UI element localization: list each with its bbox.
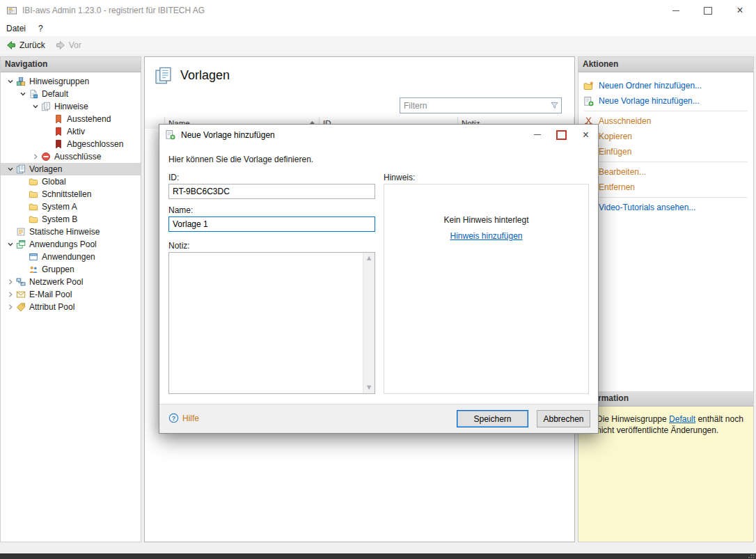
dialog-icon (165, 129, 176, 141)
back-arrow-icon (6, 40, 17, 51)
action-label: Bearbeiten... (599, 167, 646, 177)
menu-help[interactable]: ? (32, 21, 49, 36)
folder-icon (29, 189, 41, 199)
dialog-close-button[interactable]: × (574, 125, 598, 145)
tree-item-global[interactable]: Global (1, 175, 141, 188)
dialog-controls: × (525, 125, 598, 145)
tree-item-hinweisgruppen[interactable]: Hinweisgruppen (1, 75, 141, 88)
tree-item-label: E-Mail Pool (29, 290, 74, 299)
help-link[interactable]: ? Hilfe (168, 413, 199, 423)
tree-item-label: Global (41, 177, 69, 187)
notiz-scrollbar[interactable]: ▲ ▼ (363, 253, 375, 393)
tree-item-label: Statische Hinweise (29, 227, 102, 237)
actions-header: Aktionen (578, 57, 753, 72)
resize-grip-icon[interactable] (748, 554, 755, 558)
action-kopieren[interactable]: Kopieren (578, 129, 753, 144)
id-label: ID: (168, 173, 179, 182)
cancel-button[interactable]: Abbrechen (537, 410, 590, 427)
tree-item-schnittstellen[interactable]: Schnittstellen (1, 188, 141, 200)
chevron-expanded-icon[interactable] (5, 241, 16, 248)
folder-icon (29, 177, 41, 187)
chevron-collapsed-icon[interactable] (5, 291, 16, 298)
tree-item-anwendungen[interactable]: Anwendungen (1, 251, 141, 263)
chevron-expanded-icon[interactable] (17, 90, 29, 97)
chevron-expanded-icon[interactable] (5, 166, 16, 173)
new-folder-icon (583, 81, 595, 91)
tree-item-aktiv[interactable]: Aktiv (1, 125, 141, 138)
scroll-up-icon[interactable]: ▲ (367, 253, 371, 264)
action-entfernen[interactable]: Entfernen (578, 180, 753, 195)
separator (584, 111, 748, 111)
name-input[interactable] (168, 216, 375, 232)
tree-item-e-mail-pool[interactable]: E-Mail Pool (1, 288, 141, 301)
default-group-link[interactable]: Default (669, 414, 695, 424)
hinweis-empty-text: Kein Hinweis hinterlegt (384, 215, 588, 225)
chevron-expanded-icon[interactable] (5, 78, 16, 85)
navigation-panel: Navigation HinweisgruppenDefaultHinweise… (0, 56, 141, 542)
action-neue-vorlage-hinzufuegen[interactable]: Neue Vorlage hinzufügen... (578, 93, 753, 109)
tree-item-statische-hinweise[interactable]: Statische Hinweise (1, 226, 141, 238)
tree-item-hinweise[interactable]: Hinweise (1, 100, 141, 113)
statische-hinweise-icon (16, 227, 29, 237)
svg-text:?: ? (172, 415, 175, 422)
tree-item-gruppen[interactable]: Gruppen (1, 263, 141, 276)
filter-icon[interactable] (547, 101, 561, 110)
navigation-tree: HinweisgruppenDefaultHinweiseAusstehendA… (1, 72, 141, 313)
scroll-down-icon[interactable]: ▼ (367, 382, 371, 393)
right-panel: Aktionen Neuen Ordner hinzufügen...Neue … (578, 56, 754, 542)
tree-item-system-b[interactable]: System B (1, 213, 141, 226)
notiz-input[interactable] (169, 253, 363, 393)
tree-item-netzwerk-pool[interactable]: Netzwerk Pool (1, 276, 141, 288)
chevron-collapsed-icon[interactable] (30, 153, 41, 160)
tree-item-ausschluesse[interactable]: Ausschlüsse (1, 150, 141, 163)
tree-item-system-a[interactable]: System A (1, 200, 141, 213)
tree-item-attribut-pool[interactable]: Attribut Pool (1, 301, 141, 313)
action-einfuegen[interactable]: Einfügen (578, 144, 753, 159)
tree-item-abgeschlossen[interactable]: Abgeschlossen (1, 138, 141, 150)
window-maximize-button[interactable] (692, 0, 724, 21)
new-template-dialog: Neue Vorlage hinzufügen × Hier können Si… (159, 124, 599, 434)
tree-item-label: System A (41, 202, 80, 212)
dialog-description: Hier können Sie die Vorlage definieren. (168, 155, 313, 164)
save-button[interactable]: Speichern (457, 410, 528, 427)
back-button[interactable]: Zurück (1, 38, 49, 53)
tree-item-anwendungs-pool[interactable]: Anwendungs Pool (1, 238, 141, 251)
tree-item-label: Anwendungs Pool (29, 239, 100, 249)
navigation-header: Navigation (1, 57, 141, 72)
window-close-button[interactable]: × (724, 0, 756, 21)
window-minimize-button[interactable] (660, 0, 692, 21)
action-ausschneiden[interactable]: Ausschneiden (578, 113, 753, 129)
minimize-icon (534, 134, 541, 135)
dialog-maximize-button[interactable] (549, 125, 574, 145)
tree-item-label: Anwendungen (41, 252, 98, 262)
menu-datei[interactable]: Datei (0, 21, 32, 36)
forward-button: Vor (51, 38, 86, 53)
anwendungen-icon (29, 252, 41, 262)
tree-item-label: Aktiv (66, 127, 88, 136)
minimize-icon (672, 10, 679, 11)
action-bearbeiten[interactable]: Bearbeiten... (578, 164, 753, 180)
action-video-tutorials-ansehen[interactable]: Video-Tutorials ansehen... (578, 200, 753, 215)
notiz-field: ▲ ▼ (168, 252, 375, 394)
menubar: Datei ? (0, 21, 756, 36)
titlebar: IBI-aws Admin 1.23.0 - registriert für I… (0, 0, 756, 21)
chevron-expanded-icon[interactable] (30, 103, 41, 110)
hinweisgruppen-icon (16, 77, 29, 86)
hinweis-add-link[interactable]: Hinweis hinzufügen (450, 231, 522, 241)
tree-item-label: Hinweisgruppen (29, 77, 92, 86)
hinweis-ausstehend-icon (54, 114, 66, 124)
email-pool-icon (16, 290, 29, 299)
filter-input[interactable] (400, 101, 547, 111)
chevron-collapsed-icon[interactable] (5, 304, 16, 310)
folder-icon (29, 202, 41, 212)
tree-item-default[interactable]: Default (1, 88, 141, 100)
id-input[interactable] (168, 184, 375, 199)
action-neuen-ordner-hinzufuegen[interactable]: Neuen Ordner hinzufügen... (578, 78, 753, 93)
tree-item-ausstehend[interactable]: Ausstehend (1, 113, 141, 125)
close-icon: × (583, 129, 589, 141)
tree-item-vorlagen[interactable]: Vorlagen (1, 163, 141, 175)
tree-item-label: System B (41, 214, 80, 224)
dialog-minimize-button[interactable] (525, 125, 549, 145)
action-label: Entfernen (599, 182, 635, 192)
chevron-collapsed-icon[interactable] (5, 278, 16, 285)
